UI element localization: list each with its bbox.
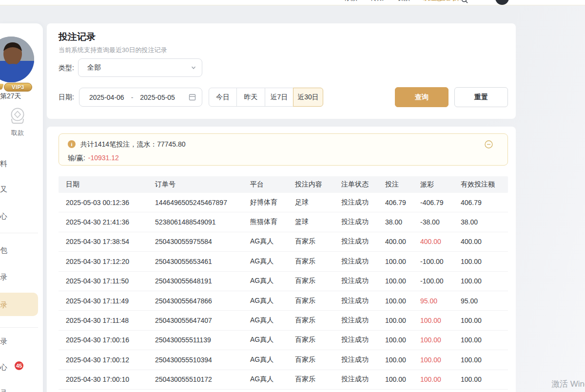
table-row: 2025-04-30 17:38:54250430055975584AG真人百家… xyxy=(58,232,508,252)
topnav-items: 存款转账取款 xyxy=(344,0,410,2)
summary-winlose: 输/赢:-10931.12 xyxy=(68,154,119,163)
betting-records-page: 存款转账取款 欢迎您的到来 VIP3 第27天 xyxy=(0,0,585,392)
quick-range-button[interactable]: 今日 xyxy=(209,88,237,107)
date-range-input[interactable]: 2025-04-06 - 2025-05-05 xyxy=(79,88,202,107)
table-cell: 百家乐 xyxy=(295,355,341,364)
table-cell: 2025-04-30 17:11:50 xyxy=(58,277,155,285)
sidebar-item-label: 心 xyxy=(0,363,7,371)
table-cell: AG真人 xyxy=(250,237,295,246)
table-cell: 投注成功 xyxy=(341,297,385,305)
table-cell: AG真人 xyxy=(250,355,295,364)
table-body: 2025-05-03 00:12:361446496505245467897好博… xyxy=(58,193,508,390)
table-cell: 百家乐 xyxy=(295,297,341,305)
table-row: 2025-04-30 17:11:50250430055648191AG真人百家… xyxy=(58,272,508,291)
sidebar-item[interactable]: 录 xyxy=(0,273,7,282)
table-cell: AG真人 xyxy=(250,375,295,384)
query-button[interactable]: 查询 xyxy=(395,87,448,107)
sidebar-item[interactable]: 录 xyxy=(0,337,7,346)
table-cell: 百家乐 xyxy=(295,237,341,246)
topnav-item[interactable]: 存款 xyxy=(344,0,357,2)
table-cell: -406.79 xyxy=(420,199,461,206)
winlose-label: 输/赢: xyxy=(68,154,85,162)
table-cell: 250430055653461 xyxy=(155,258,250,265)
date-separator: - xyxy=(131,93,134,101)
sidebar-item[interactable]: 心45 xyxy=(0,363,7,372)
table-header-cell: 注单状态 xyxy=(341,180,385,189)
table-cell: 百家乐 xyxy=(295,375,341,384)
table-cell: 熊猫体育 xyxy=(250,218,295,226)
sidebar-item-label: 录 xyxy=(0,300,7,309)
table-cell: 100.00 xyxy=(461,317,508,324)
table-row: 2025-05-03 00:12:361446496505245467897好博… xyxy=(58,193,508,212)
table-cell: 100.00 xyxy=(461,356,508,364)
table-cell: 100.00 xyxy=(385,297,420,305)
table-cell: 100.00 xyxy=(461,277,508,285)
table-cell: 投注成功 xyxy=(341,316,385,325)
table-cell: 投注成功 xyxy=(341,277,385,285)
info-icon: i xyxy=(68,140,76,148)
table-cell: 100.00 xyxy=(385,336,420,344)
type-select-value: 全部 xyxy=(87,63,191,72)
table-header-cell: 平台 xyxy=(250,180,295,189)
sidebar-divider xyxy=(0,327,38,328)
quick-range-button[interactable]: 近30日 xyxy=(293,88,323,107)
calendar-icon xyxy=(189,93,196,101)
reset-button[interactable]: 重置 xyxy=(454,87,508,107)
collapse-minus-icon[interactable] xyxy=(485,140,493,149)
notification-badge: 45 xyxy=(15,361,23,370)
table-cell: 250430055647407 xyxy=(155,317,250,324)
sidebar-item[interactable]: 心 xyxy=(0,212,7,221)
table-cell: 100.00 xyxy=(385,277,420,285)
table-cell: 100.00 xyxy=(420,336,461,344)
records-table: 日期订单号平台投注内容注单状态投注派彩有效投注额 2025-05-03 00:1… xyxy=(58,176,508,390)
table-cell: 百家乐 xyxy=(295,316,341,325)
topnav-gold-link[interactable]: 欢迎您的到来 xyxy=(423,0,461,2)
sidebar-item[interactable]: 包 xyxy=(0,246,7,255)
table-cell: 投注成功 xyxy=(341,336,385,344)
table-cell: 2025-04-30 17:00:12 xyxy=(58,356,155,364)
table-cell: 250430055647866 xyxy=(155,297,250,305)
page-subtitle: 当前系统支持查询最近30日的投注记录 xyxy=(58,46,167,55)
table-cell: 100.00 xyxy=(420,356,461,364)
sidebar-item-label: 料 xyxy=(0,159,7,168)
table-row: 2025-04-30 17:00:10250430055510172AG真人百家… xyxy=(58,370,508,390)
table-header-cell: 投注内容 xyxy=(295,180,341,189)
winlose-value: -10931.12 xyxy=(88,154,119,162)
table-cell: 38.00 xyxy=(461,218,508,226)
windows-activation-watermark: 激活 Windows xyxy=(551,378,585,390)
table-row: 2025-04-30 21:41:365238061488549091熊猫体育篮… xyxy=(58,212,508,232)
topnav-item[interactable]: 转账 xyxy=(370,0,384,2)
topnav-item[interactable]: 取款 xyxy=(396,0,410,2)
sidebar-item[interactable]: 录 xyxy=(0,300,7,310)
quick-range-button[interactable]: 昨天 xyxy=(236,88,265,107)
sidebar-item[interactable]: 料 xyxy=(0,159,7,168)
summary-banner: i 共计1414笔投注，流水：77745.80 输/赢:-10931.12 xyxy=(58,133,508,166)
table-cell: 2025-04-30 17:38:54 xyxy=(58,238,155,245)
sidebar-item-label: 录 xyxy=(0,389,7,392)
sidebar-item[interactable]: 录 xyxy=(0,389,7,392)
sidebar-item-label: 包 xyxy=(0,246,7,254)
table-cell: 38.00 xyxy=(385,218,420,226)
quick-range-button[interactable]: 近7日 xyxy=(265,88,293,107)
table-cell: 1446496505245467897 xyxy=(155,199,250,206)
user-avatar-small[interactable] xyxy=(495,0,509,5)
type-select[interactable]: 全部 xyxy=(78,58,202,77)
table-cell: 100.00 xyxy=(420,317,461,324)
table-cell: AG真人 xyxy=(250,316,295,325)
search-icon[interactable] xyxy=(461,0,468,3)
sidebar-item-label: 心 xyxy=(0,212,7,220)
table-header-cell: 订单号 xyxy=(155,180,250,189)
sidebar-item[interactable]: 又 xyxy=(0,185,7,194)
table-header-cell: 日期 xyxy=(58,180,155,189)
table-cell: 百家乐 xyxy=(295,257,341,266)
table-cell: 250430055975584 xyxy=(155,238,250,245)
table-cell: 100.00 xyxy=(461,258,508,265)
table-header: 日期订单号平台投注内容注单状态投注派彩有效投注额 xyxy=(58,176,508,193)
chevron-down-icon xyxy=(191,65,196,70)
table-row: 2025-04-30 17:00:12250430055510394AG真人百家… xyxy=(58,350,508,370)
table-cell: 投注成功 xyxy=(341,257,385,266)
table-row: 2025-04-30 17:12:20250430055653461AG真人百家… xyxy=(58,252,508,271)
sidebar-item-label: 录 xyxy=(0,337,7,345)
table-cell: 95.00 xyxy=(461,297,508,305)
sidebar-divider xyxy=(0,233,38,233)
